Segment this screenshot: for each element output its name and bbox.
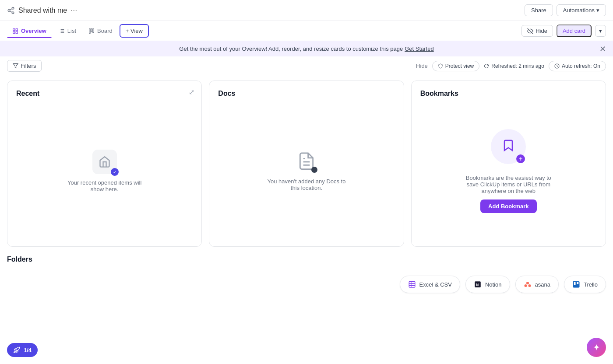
hide-button[interactable]: Hide — [521, 25, 553, 37]
svg-point-0 — [12, 7, 14, 9]
svg-point-31 — [528, 284, 531, 287]
filters-button[interactable]: Filters — [7, 60, 42, 72]
import-excel-pill[interactable]: Excel & CSV — [400, 276, 460, 293]
import-trello-pill[interactable]: Trello — [564, 276, 606, 293]
overview-icon — [12, 28, 18, 34]
tab-overview-label: Overview — [21, 28, 46, 34]
asana-label: asana — [535, 281, 550, 288]
filter-icon — [13, 63, 18, 69]
import-notion-pill[interactable]: N Notion — [465, 276, 510, 293]
folders-section: Folders — [0, 252, 613, 272]
tab-add-view[interactable]: + View — [120, 24, 149, 38]
bookmarks-card: Bookmarks + Bookmarks are the easiest wa… — [411, 80, 606, 247]
protect-view-label: Protect view — [445, 63, 474, 69]
docs-card-empty: You haven't added any Docs to this locat… — [218, 105, 395, 238]
filters-right: Hide Protect view Refreshed: 2 mins ago … — [416, 61, 606, 71]
auto-refresh-pill[interactable]: Auto refresh: On — [549, 61, 606, 71]
svg-point-2 — [12, 12, 14, 14]
excel-icon — [408, 280, 416, 288]
recent-card-empty: ✓ Your recent opened items will show her… — [16, 105, 193, 238]
banner-get-started-link[interactable]: Get Started — [405, 46, 433, 52]
board-icon — [88, 28, 95, 34]
bookmarks-card-empty: + Bookmarks are the easiest way to save … — [420, 105, 597, 238]
svg-rect-33 — [574, 282, 576, 285]
banner: Get the most out of your Overview! Add, … — [0, 41, 613, 56]
svg-rect-34 — [577, 282, 578, 284]
svg-rect-17 — [93, 28, 94, 32]
more-options-button[interactable]: ··· — [70, 6, 77, 15]
filters-label: Filters — [21, 63, 36, 69]
docs-card-title: Docs — [218, 90, 395, 98]
share-button[interactable]: Share — [525, 4, 553, 16]
svg-rect-7 — [13, 32, 15, 33]
ai-icon: ✦ — [593, 342, 600, 353]
header-right: Share Automations ▾ — [525, 4, 606, 16]
svg-line-3 — [10, 11, 12, 12]
shield-icon — [438, 63, 443, 69]
svg-rect-8 — [16, 32, 18, 33]
svg-point-1 — [8, 9, 10, 11]
header-left: Shared with me ··· — [7, 6, 77, 15]
cards-container: Recent ⤢ ✓ Your recent opened items will… — [0, 75, 613, 252]
refreshed-pill[interactable]: Refreshed: 2 mins ago — [484, 63, 544, 69]
page-title: Shared with me — [18, 7, 67, 14]
svg-rect-16 — [91, 28, 92, 32]
ai-button[interactable]: ✦ — [587, 338, 606, 357]
svg-rect-6 — [16, 28, 18, 30]
trello-icon — [572, 280, 580, 288]
tab-list[interactable]: List — [53, 24, 81, 38]
auto-refresh-label: Auto refresh: On — [562, 63, 600, 69]
list-icon — [59, 28, 65, 34]
svg-rect-15 — [89, 28, 90, 33]
refresh-icon — [484, 63, 489, 69]
banner-close-button[interactable]: ✕ — [599, 44, 606, 54]
top-header: Shared with me ··· Share Automations ▾ — [0, 0, 613, 21]
recent-items-icon — [99, 156, 111, 168]
recent-card-title: Recent — [16, 90, 193, 98]
add-card-button[interactable]: Add card — [557, 24, 592, 37]
bookmarks-desc: Bookmarks are the easiest way to save Cl… — [460, 175, 557, 194]
tabs-left: Overview List Board + View — [7, 24, 149, 38]
filters-row: Filters Hide Protect view Refreshed: 2 m… — [0, 56, 613, 75]
recent-card: Recent ⤢ ✓ Your recent opened items will… — [7, 80, 202, 247]
automations-label: Automations — [563, 7, 595, 14]
chevron-down-icon: ▾ — [596, 7, 599, 14]
progress-badge[interactable]: 1/4 — [7, 343, 38, 357]
docs-card: Docs You haven't added any Docs to this … — [209, 80, 404, 247]
tab-board-label: Board — [97, 28, 113, 34]
svg-rect-5 — [13, 28, 15, 30]
excel-label: Excel & CSV — [419, 281, 452, 288]
notion-icon: N — [474, 280, 482, 288]
svg-text:N: N — [476, 283, 479, 287]
add-card-chevron[interactable]: ▾ — [595, 25, 606, 37]
svg-point-29 — [526, 282, 529, 284]
svg-marker-19 — [13, 64, 18, 68]
add-bookmark-button[interactable]: Add Bookmark — [480, 200, 536, 213]
rocket-icon — [13, 346, 20, 354]
badge-label: 1/4 — [24, 347, 32, 354]
docs-icon-wrap — [296, 151, 317, 173]
tab-board[interactable]: Board — [83, 24, 118, 38]
import-asana-pill[interactable]: asana — [515, 276, 559, 293]
tab-view-label: + View — [126, 28, 143, 34]
hide-right-label[interactable]: Hide — [416, 63, 428, 69]
notion-label: Notion — [485, 281, 502, 288]
recent-expand-button[interactable]: ⤢ — [189, 88, 194, 96]
bookmark-icon — [501, 139, 515, 154]
docs-empty-text: You haven't added any Docs to this locat… — [263, 178, 350, 191]
tabs-right: Hide Add card ▾ — [521, 24, 606, 37]
tab-list-label: List — [67, 28, 76, 34]
shared-icon — [7, 7, 15, 14]
tab-overview[interactable]: Overview — [7, 24, 52, 38]
import-tools: Excel & CSV N Notion asana Trello — [0, 272, 613, 297]
recent-icon-wrap: ✓ — [92, 150, 117, 174]
recent-empty-text: Your recent opened items will show here. — [61, 179, 148, 192]
bookmark-plus-icon: + — [516, 154, 525, 163]
hide-label: Hide — [535, 28, 547, 34]
recent-check-icon: ✓ — [111, 168, 119, 176]
protect-view-pill[interactable]: Protect view — [432, 61, 479, 71]
hide-icon — [527, 28, 533, 34]
asana-icon — [524, 280, 532, 288]
automations-button[interactable]: Automations ▾ — [557, 4, 606, 16]
bookmarks-card-title: Bookmarks — [420, 90, 597, 98]
